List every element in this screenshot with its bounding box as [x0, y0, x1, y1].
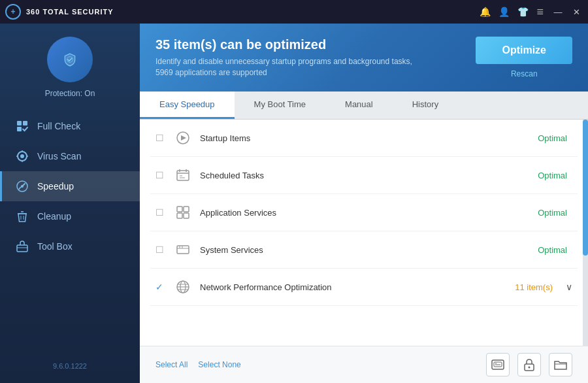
folder-icon-button[interactable]	[549, 353, 572, 376]
app-services-label: Application Services	[200, 208, 530, 218]
title-bar-left: + 360 TOTAL SECURITY	[5, 4, 114, 20]
optimize-button[interactable]: Optimize	[476, 37, 572, 64]
svg-rect-3	[17, 127, 22, 131]
startup-items-label: Startup Items	[200, 133, 530, 143]
svg-point-5	[20, 154, 24, 158]
svg-rect-28	[184, 213, 189, 218]
app-services-icon	[174, 203, 192, 222]
network-perf-label: Network Performance Optimization	[200, 282, 507, 292]
list-wrapper: ☐ Startup Items Optimal ☐ Scheduled Task…	[140, 120, 588, 346]
app-services-status: Optimal	[538, 208, 567, 218]
startup-items-checkbox[interactable]: ☐	[155, 133, 166, 143]
sidebar-nav: Full Check Virus Scan Speedup Cleanup	[0, 111, 140, 261]
sidebar-label-virus-scan: Virus Scan	[37, 151, 81, 161]
system-services-status: Optimal	[538, 245, 567, 255]
title-bar-right: 🔔 👤 👕 ≡ — ✕	[480, 5, 583, 19]
full-check-icon	[15, 119, 29, 133]
virus-scan-icon	[15, 149, 29, 163]
select-none-link[interactable]: Select None	[198, 360, 240, 369]
tabs-bar: Easy Speedup My Boot Time Manual History	[140, 92, 588, 120]
tab-manual[interactable]: Manual	[325, 92, 393, 119]
sidebar-item-speedup[interactable]: Speedup	[0, 171, 140, 201]
header-banner: 35 item(s) can be optimized Identify and…	[140, 24, 588, 92]
list-item: ✓ Network Performance Optimization 11 it…	[150, 269, 578, 306]
speedup-icon	[15, 179, 29, 193]
scheduled-tasks-label: Scheduled Tasks	[200, 171, 530, 180]
shirt-icon[interactable]: 👕	[517, 7, 529, 17]
sidebar: Protection: On Full Check Virus Scan Spe…	[0, 24, 140, 383]
footer-links: Select All Select None	[155, 360, 241, 369]
svg-rect-19	[177, 171, 189, 180]
svg-rect-26	[184, 207, 189, 212]
sidebar-item-full-check[interactable]: Full Check	[0, 111, 140, 141]
scrollbar-track[interactable]	[583, 120, 588, 346]
startup-items-status: Optimal	[538, 133, 567, 143]
list-footer: Select All Select None	[140, 346, 588, 383]
svg-rect-25	[177, 207, 182, 212]
protection-status: Protection: On	[45, 89, 95, 98]
content-area: 35 item(s) can be optimized Identify and…	[140, 24, 588, 383]
select-all-link[interactable]: Select All	[155, 360, 188, 369]
hardware-icon	[491, 358, 505, 372]
network-perf-checkbox[interactable]: ✓	[155, 282, 166, 292]
list-area: ☐ Startup Items Optimal ☐ Scheduled Task…	[140, 120, 588, 346]
banner-title: 35 item(s) can be optimized	[155, 37, 417, 52]
main-layout: Protection: On Full Check Virus Scan Spe…	[0, 24, 588, 383]
list-item: ☐ Scheduled Tasks Optimal	[150, 157, 578, 194]
network-perf-status: 11 item(s)	[515, 282, 553, 292]
list-item: ☐ Application Services Optimal	[150, 194, 578, 231]
scheduled-tasks-icon	[174, 166, 192, 184]
close-button[interactable]: ✕	[570, 5, 583, 18]
system-services-checkbox[interactable]: ☐	[155, 244, 166, 255]
svg-rect-2	[23, 121, 27, 125]
minimize-button[interactable]: —	[551, 5, 564, 18]
cleanup-icon	[15, 209, 29, 224]
svg-point-43	[529, 367, 531, 369]
hardware-icon-button[interactable]	[486, 353, 510, 376]
lock-icon	[522, 358, 536, 372]
sidebar-item-cleanup[interactable]: Cleanup	[0, 201, 140, 231]
svg-rect-16	[17, 245, 27, 252]
svg-rect-27	[177, 213, 182, 218]
sidebar-label-full-check: Full Check	[37, 121, 80, 131]
shield-icon	[63, 52, 77, 67]
window-controls: — ✕	[551, 5, 583, 18]
tool-box-icon	[15, 239, 29, 254]
scheduled-tasks-status: Optimal	[538, 171, 567, 180]
lock-icon-button[interactable]	[517, 353, 541, 376]
rescan-link[interactable]: Rescan	[511, 69, 538, 78]
system-services-icon	[174, 241, 192, 259]
sidebar-label-speedup: Speedup	[37, 181, 74, 192]
svg-rect-29	[177, 246, 189, 254]
startup-items-icon	[174, 129, 192, 147]
tab-my-boot-time[interactable]: My Boot Time	[235, 92, 325, 119]
version-label: 9.6.0.1222	[45, 354, 95, 378]
scrollbar-thumb[interactable]	[583, 120, 588, 256]
sidebar-label-cleanup: Cleanup	[37, 211, 71, 222]
system-services-label: System Services	[200, 245, 530, 255]
banner-actions: Optimize Rescan	[476, 37, 572, 78]
network-perf-icon	[174, 278, 192, 296]
title-bar: + 360 TOTAL SECURITY 🔔 👤 👕 ≡ — ✕	[0, 0, 588, 24]
banner-text: 35 item(s) can be optimized Identify and…	[155, 37, 417, 78]
sidebar-item-tool-box[interactable]: Tool Box	[0, 231, 140, 261]
svg-rect-1	[17, 121, 22, 125]
app-services-checkbox[interactable]: ☐	[155, 207, 166, 218]
folder-icon	[553, 358, 568, 372]
scheduled-tasks-checkbox[interactable]: ☐	[155, 170, 166, 180]
sidebar-label-tool-box: Tool Box	[37, 241, 73, 252]
banner-description: Identify and disable unnecessary startup…	[155, 56, 417, 78]
app-logo: +	[5, 4, 21, 20]
sidebar-item-virus-scan[interactable]: Virus Scan	[0, 141, 140, 171]
menu-icon[interactable]: ≡	[536, 5, 544, 19]
notification-icon[interactable]: 🔔	[480, 7, 491, 17]
tab-easy-speedup[interactable]: Easy Speedup	[140, 92, 235, 119]
list-item: ☐ Startup Items Optimal	[150, 120, 578, 157]
user-icon[interactable]: 👤	[498, 7, 510, 17]
app-name: 360 TOTAL SECURITY	[26, 8, 114, 16]
tab-history[interactable]: History	[393, 92, 458, 119]
avatar	[47, 37, 93, 82]
network-perf-expand[interactable]: ∨	[566, 282, 572, 292]
list-item: ☐ System Services Optimal	[150, 231, 578, 269]
footer-icons	[486, 353, 572, 376]
